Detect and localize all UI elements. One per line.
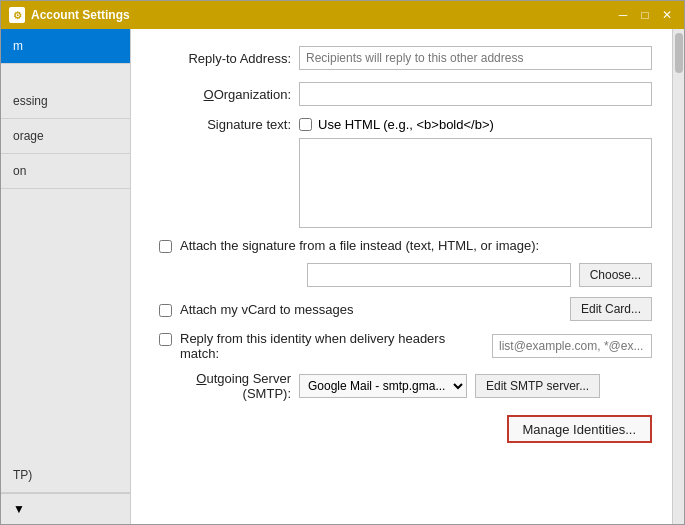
edit-smtp-button[interactable]: Edit SMTP server...: [475, 374, 600, 398]
sidebar-dropdown[interactable]: ▼: [1, 493, 130, 524]
maximize-button[interactable]: □: [636, 6, 654, 24]
sidebar: m essing orage on TP) ▼: [1, 29, 131, 524]
sidebar-item-storage-label: orage: [13, 129, 44, 143]
use-html-row: Use HTML (e.g., <b>bold</b>): [299, 117, 494, 132]
attach-sig-label: Attach the signature from a file instead…: [180, 238, 539, 253]
reply-to-input[interactable]: [299, 46, 652, 70]
outgoing-server-row: Outgoing Server (SMTP): Google Mail - sm…: [151, 371, 652, 401]
sidebar-item-smtp-label: TP): [13, 468, 32, 482]
titlebar: ⚙ Account Settings ─ □ ✕: [1, 1, 684, 29]
organization-row: OOrganization:: [151, 81, 652, 107]
sidebar-item-option-label: on: [13, 164, 26, 178]
titlebar-left: ⚙ Account Settings: [9, 7, 614, 23]
attach-vcard-checkbox[interactable]: [159, 304, 172, 317]
choose-button[interactable]: Choose...: [579, 263, 652, 287]
outgoing-server-label: Outgoing Server (SMTP):: [151, 371, 291, 401]
window-title: Account Settings: [31, 8, 130, 22]
minimize-button[interactable]: ─: [614, 6, 632, 24]
attach-vcard-row: Attach my vCard to messages Edit Card...: [151, 297, 652, 321]
account-settings-window: ⚙ Account Settings ─ □ ✕ m essing orage …: [0, 0, 685, 525]
attach-sig-checkbox[interactable]: [159, 240, 172, 253]
use-html-label: Use HTML (e.g., <b>bold</b>): [318, 117, 494, 132]
attach-file-input[interactable]: [307, 263, 571, 287]
reply-identity-input[interactable]: [492, 334, 652, 358]
sidebar-item-addressing-label: essing: [13, 94, 48, 108]
attach-file-row: Choose...: [151, 263, 652, 287]
reply-to-label: Reply-to Address:: [151, 51, 291, 66]
use-html-checkbox[interactable]: [299, 118, 312, 131]
reply-identity-checkbox[interactable]: [159, 333, 172, 346]
window-icon: ⚙: [9, 7, 25, 23]
signature-label-row: Signature text: Use HTML (e.g., <b>bold<…: [151, 117, 652, 132]
organization-input[interactable]: [299, 82, 652, 106]
sidebar-item-identity-label: m: [13, 39, 23, 53]
signature-area: Signature text: Use HTML (e.g., <b>bold<…: [151, 117, 652, 228]
outgoing-server-select[interactable]: Google Mail - smtp.gma...: [299, 374, 467, 398]
sidebar-item-storage[interactable]: orage: [1, 119, 130, 154]
attach-vcard-label: Attach my vCard to messages: [180, 302, 353, 317]
main-panel: Reply-to Address: OOrganization: Signatu…: [131, 29, 672, 524]
sidebar-item-identity[interactable]: m: [1, 29, 130, 64]
close-button[interactable]: ✕: [658, 6, 676, 24]
titlebar-controls: ─ □ ✕: [614, 6, 676, 24]
manage-identities-button[interactable]: Manage Identities...: [507, 415, 652, 443]
signature-label: Signature text:: [151, 117, 291, 132]
reply-to-row: Reply-to Address:: [151, 45, 652, 71]
reply-identity-row: Reply from this identity when delivery h…: [151, 331, 652, 361]
bottom-row: Manage Identities...: [151, 415, 652, 443]
attach-sig-row: Attach the signature from a file instead…: [151, 238, 652, 253]
sidebar-item-addressing[interactable]: essing: [1, 84, 130, 119]
edit-card-button[interactable]: Edit Card...: [570, 297, 652, 321]
reply-identity-label: Reply from this identity when delivery h…: [180, 331, 484, 361]
sidebar-item-option[interactable]: on: [1, 154, 130, 189]
signature-textarea[interactable]: [299, 138, 652, 228]
scrollbar-thumb: [675, 33, 683, 73]
scrollbar[interactable]: [672, 29, 684, 524]
sidebar-item-smtp[interactable]: TP): [1, 458, 130, 493]
main-content: m essing orage on TP) ▼: [1, 29, 684, 524]
dropdown-arrow-icon: ▼: [13, 502, 25, 516]
organization-label: OOrganization:: [151, 87, 291, 102]
